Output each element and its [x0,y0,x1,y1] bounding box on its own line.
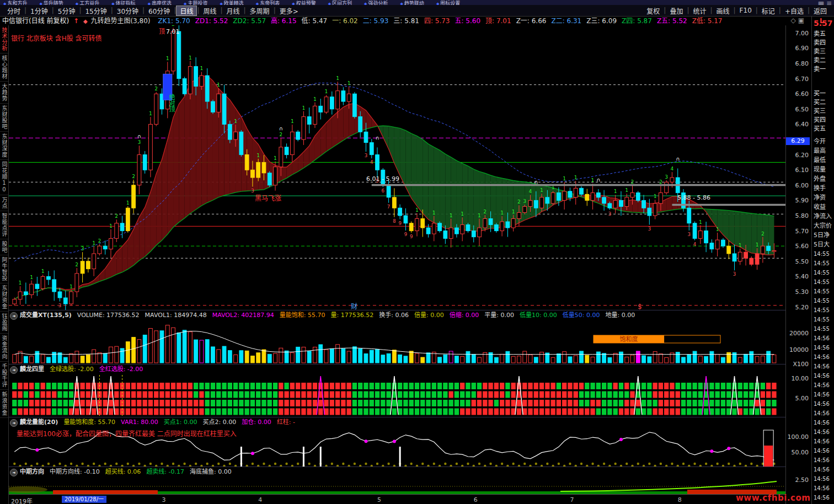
main-candlestick-chart[interactable]: 1113412312121231212111131121111113456789… [9,25,785,310]
sidebar-item-同花顺10[interactable]: 同花顺10 [0,160,8,195]
svg-text:1: 1 [591,178,594,183]
main-indicator-name: 九转趋势主图(3,80) [90,17,150,25]
sidebar-item-万点[interactable]: 万点 [0,195,8,211]
toolbar-button-标记[interactable]: 标记 [758,6,779,15]
svg-text:2: 2 [115,213,118,219]
toolbar-button-1分钟[interactable]: 1分钟 [26,6,52,15]
svg-text:9: 9 [398,221,401,226]
price-axis-label: 6.00 [795,182,809,189]
title-value: ZK1: 5.70 [158,17,190,25]
svg-text:1: 1 [200,66,203,71]
toolbar-button-分时[interactable]: 分时 [3,6,24,15]
title-value: Z低: 5.17 [692,17,723,25]
peak-marker: 顶 [159,28,165,35]
toolbar-button-5分钟[interactable]: 5分钟 [54,6,79,15]
sidebar-item-股吧[interactable]: 股吧 [0,239,8,255]
title-value: Z三: 6.09 [586,17,617,25]
zhongqi-direction-chart[interactable] [9,476,785,494]
pane-axis-label: 2.50 [795,476,809,484]
title-value: Z四: 5.87 [622,17,652,25]
tick-time: 14:56 [814,493,834,502]
tick-time: 14:56 [814,465,834,474]
title-value: 五: 5.60 [455,17,480,25]
sidebar-item-东财深度[interactable]: 东财深度 [0,132,8,160]
sidebar-item-智能点评[interactable]: 智能点评 [0,211,8,239]
month-label: 8 [678,496,682,503]
menu-item[interactable]: ◆串座优选 [148,0,172,5]
menu-item[interactable]: ◆东帝列表 [256,0,280,5]
menu-item[interactable]: ◆强劲分析 [364,0,388,5]
menu-item[interactable]: ◆区间方列 [328,0,352,5]
tick-time: 14:55 [814,305,834,315]
toolbar-button-日线[interactable]: 日线 [176,6,197,16]
title-value: Z一: 6.66 [516,17,547,25]
silong-grid-chart[interactable] [9,374,785,417]
sidebar-item-钰盈阁[interactable]: 钰盈阁 [0,312,8,334]
sidebar-item-技术分析[interactable]: 技术分析 [0,25,8,53]
toolbar-button-多周期[interactable]: 多周期 [246,6,274,15]
toolbar-button-30分钟[interactable]: 30分钟 [113,6,142,15]
title-value: ZD2: 5.57 [233,17,266,25]
toolbar-button-统计[interactable]: 统计 [689,6,710,15]
svg-text:1: 1 [92,240,95,246]
sidebar-item-千股千评[interactable]: 千股千评 [0,362,8,390]
pane-header-value: VOLUME: 177536.52 [77,312,140,319]
toolbar-button-返回[interactable]: 返回 [810,6,831,15]
month-label: 4 [258,496,262,503]
pane-title: 成交量XT(135,5) [20,312,72,319]
menu-item[interactable]: ◆东和方升 [3,0,27,5]
price-axis-label: 5.70 [795,228,809,235]
toolbar-button-月线[interactable]: 月线 [223,6,244,15]
price-axis-highlight: 6.29 [786,137,810,145]
menu-item[interactable]: ◆华升随势 [39,0,63,5]
pane-collapse-icon[interactable]: ◄ [10,366,18,374]
toolbar-button-复权[interactable]: 复权 [643,6,664,15]
sidebar-item-大趋势[interactable]: 大趋势 [0,82,8,104]
pane-title: 中期方向 [20,468,44,475]
toolbar-button-15分钟[interactable]: 15分钟 [81,6,110,15]
price-axis: 7.006.906.806.706.606.506.406.306.206.10… [785,25,811,504]
sidebar-item-资金流向[interactable]: 资金流向 [0,334,8,362]
pane-collapse-icon[interactable]: ◄ [10,312,18,320]
volume-pane-header: ◄ 成交量XT(135,5)VOLUME: 177536.52MAVOL1: 1… [9,310,785,320]
svg-text:2: 2 [155,86,158,92]
toolbar-button-60分钟[interactable]: 60分钟 [145,6,174,15]
svg-text:2: 2 [132,174,135,179]
price-axis-label: 6.80 [795,60,809,67]
menu-item[interactable]: ◆权益预警 [292,0,316,5]
tick-time: 14:56 [814,484,834,493]
toolbar-button-更多>[interactable]: 更多> [276,6,302,15]
pane-header-value: 全红选股: -2.00 [99,366,143,373]
svg-text:2: 2 [76,262,78,267]
menu-item[interactable]: ◆欧美精选 [220,0,243,5]
toolbar-button-+自选[interactable]: +自选 [781,6,808,15]
toolbar-button-画线[interactable]: 画线 [713,6,734,15]
quote-level-买四: 买四 [814,116,834,125]
pane-collapse-icon[interactable]: ◄ [10,469,18,476]
svg-text:9: 9 [404,232,407,237]
volume-chart[interactable]: 饱和度 [9,320,785,364]
sidebar-item-阿牛智投[interactable]: 阿牛智投 [0,255,8,283]
sidebar-item-东财资金[interactable]: 东财资金 [0,283,8,312]
sidebar-item-核心题材[interactable]: 核心题材 [0,53,8,82]
title-corner-icons[interactable]: ◇ ▣ [791,17,804,24]
menu-item[interactable]: ◆主题投资 [184,0,207,5]
pane-collapse-icon[interactable]: ◄ [10,419,18,427]
pane-header-value: 中期方向线: -0.10 [50,468,100,475]
toolbar-button-叠加[interactable]: 叠加 [666,6,687,15]
tick-time: 14:55 [814,324,834,334]
toolbar-button-F10[interactable]: F10 [736,7,756,14]
toolbar-button-周线[interactable]: 周线 [199,6,220,15]
sidebar-item-东财股吧[interactable]: 东财股吧 [0,104,8,132]
svg-text:1: 1 [512,209,515,215]
svg-text:2: 2 [517,199,520,205]
svg-text:1: 1 [415,207,418,213]
sidebar-item-新浪资金[interactable]: 新浪资金 [0,390,8,418]
quote-level-卖五: 卖五 [814,30,834,39]
pane-axis-label: 10000 [789,346,809,353]
menu-item[interactable]: ◆体征指标 [111,0,135,5]
pane-header-value: 全绿选股: -2.00 [50,366,94,373]
menu-item[interactable]: ◆图标设置 [436,0,460,5]
menu-item[interactable]: ◆趋势联动 [400,0,424,5]
menu-item[interactable]: ◆工方益升 [76,0,99,5]
